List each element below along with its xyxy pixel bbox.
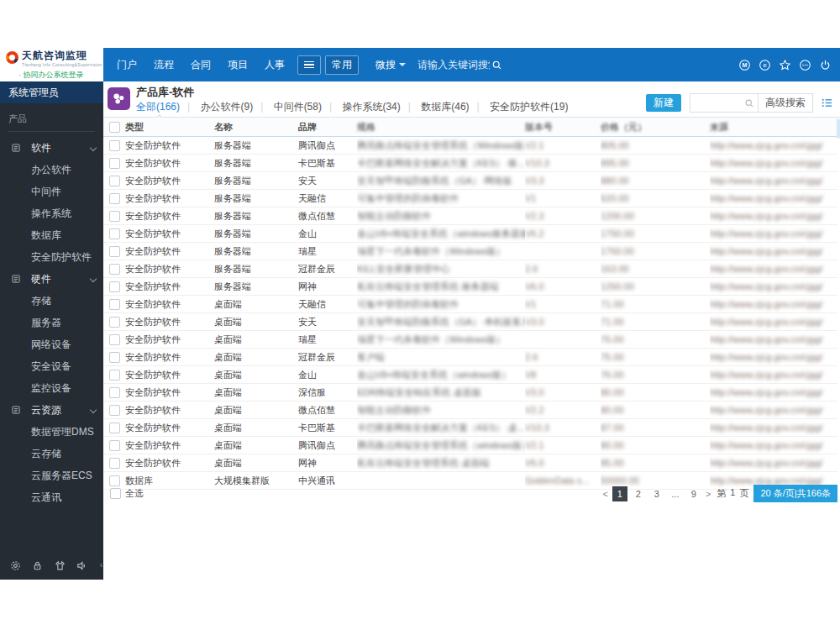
row-checkbox[interactable] (109, 440, 120, 451)
new-button[interactable]: 新建 (646, 94, 681, 112)
sound-speaker-icon[interactable] (76, 559, 88, 572)
nav-item[interactable]: 人事 (256, 48, 293, 81)
sidebar-item[interactable]: 数据管理DMS (0, 421, 103, 443)
sidebar-item[interactable]: 安全设备 (0, 355, 103, 377)
row-checkbox[interactable] (109, 140, 120, 151)
table-row[interactable]: 安全防护软件 桌面端 安天 安天智甲终端防御系统（GA）·单机版客户端 V3.0… (103, 313, 837, 331)
page-button[interactable]: 2 (631, 486, 646, 501)
row-checkbox[interactable] (109, 334, 120, 345)
sidebar-item[interactable]: 办公软件 (0, 159, 103, 181)
table-row[interactable]: 安全防护软件 服务器端 卡巴斯基 卡巴斯基网络安全解决方案（KES）·服... … (103, 155, 837, 172)
row-checkbox[interactable] (109, 176, 120, 186)
nav-item[interactable]: 项目 (219, 48, 256, 81)
header-checkbox[interactable] (109, 122, 120, 133)
im-m-icon[interactable]: M (738, 59, 751, 71)
page-button[interactable]: 3 (649, 486, 664, 501)
search-input[interactable] (416, 58, 491, 71)
sidebar-item[interactable]: 云存储 (0, 443, 103, 465)
sidebar-item[interactable]: 监控设备 (0, 377, 103, 399)
table-row[interactable]: 安全防护软件 桌面端 金山 金山V8+终端安全系统（windows版） V8 7… (103, 366, 837, 384)
prev-page-button[interactable]: < (602, 489, 607, 499)
favorite-star-icon[interactable] (779, 59, 791, 71)
row-checkbox[interactable] (109, 387, 120, 398)
search-icon[interactable] (491, 60, 502, 71)
table-row[interactable]: 安全防护软件 桌面端 微点佰慧 智能主动防御软件 V2.2 80.00 http… (103, 402, 837, 419)
table-row[interactable]: 安全防护软件 桌面端 天融信 可集中管理的防病毒软件 V1 71.00 http… (103, 296, 837, 313)
advanced-search-button[interactable]: 高级搜索 (758, 94, 812, 112)
sidebar-item[interactable]: 存储 (0, 290, 103, 312)
sidebar-item[interactable]: 云服务器ECS (0, 465, 103, 486)
table-row[interactable]: 安全防护软件 桌面端 瑞星 瑞星下一代杀毒软件（Windows版） 75.00 … (103, 331, 837, 349)
table-row[interactable]: 安全防护软件 服务器端 微点佰慧 智能主动防御软件 V2.3 1200.00 h… (103, 207, 837, 225)
row-checkbox[interactable] (109, 370, 120, 381)
row-checkbox[interactable] (109, 317, 120, 328)
power-icon[interactable] (819, 59, 832, 71)
sidebar-item[interactable]: 安全防护软件 (0, 246, 103, 268)
collapse-icon[interactable]: ‹ (100, 560, 102, 570)
table-row[interactable]: 安全防护软件 服务器端 天融信 可集中管理的防病毒软件 V1 520.00 ht… (103, 190, 837, 207)
table-row[interactable]: 安全防护软件 桌面端 深信服 EDR终端安全响应系统·桌面版 V3.0 80.0… (103, 384, 837, 402)
nav-more-menu-button[interactable] (297, 55, 321, 75)
row-checkbox[interactable] (109, 299, 120, 310)
category-tab[interactable]: 中间件(58) (253, 100, 322, 114)
category-tab[interactable]: 安全防护软件(19) (470, 100, 569, 114)
category-tab[interactable]: 数据库(46) (401, 100, 470, 114)
sidebar-item[interactable]: 网络设备 (0, 333, 103, 355)
category-tab[interactable]: 全部(166) (136, 100, 180, 114)
table-row[interactable]: 安全防护软件 桌面端 腾讯御点 腾讯御点终端安全管理系统（windows版）/ … (103, 437, 837, 454)
row-checkbox[interactable] (109, 405, 120, 416)
page-button[interactable]: 9 (686, 486, 701, 501)
sidebar-item[interactable]: 服务器 (0, 312, 103, 333)
nav-item[interactable]: 合同 (182, 48, 219, 81)
more-icon[interactable] (799, 59, 811, 71)
sidebar-group-hardware[interactable]: 硬件 (0, 268, 103, 290)
table-row[interactable]: 安全防护软件 服务器端 腾讯御点 腾讯御点终端安全管理系统（Windows版） … (103, 137, 837, 155)
page-button[interactable]: ... (668, 486, 683, 501)
category-tab[interactable]: 办公软件(9) (180, 100, 253, 114)
sidebar-item[interactable]: 中间件 (0, 181, 103, 202)
row-checkbox[interactable] (109, 458, 120, 469)
table-row[interactable]: 安全防护软件 服务器端 瑞星 瑞星下一代杀毒软件（Windows版） 1750.… (103, 243, 837, 260)
next-page-button[interactable]: > (706, 489, 711, 499)
table-row[interactable]: 安全防护软件 服务器端 安天 安天智甲终端防御系统（GA）·网络版 V3.3 8… (103, 172, 837, 190)
table-row[interactable]: 安全防护软件 服务器端 金山 金山V8+终端安全系统（windows服务器版） … (103, 225, 837, 243)
scrollbar-thumb[interactable] (837, 118, 840, 139)
sidebar-item[interactable]: 云通讯 (0, 486, 103, 508)
search-icon[interactable] (744, 98, 754, 108)
theme-shirt-icon[interactable] (54, 559, 66, 572)
oa-login-link[interactable]: · 协同办公系统登录 (18, 70, 84, 81)
row-checkbox[interactable] (109, 158, 120, 169)
sidebar-group-software[interactable]: 软件 (0, 137, 103, 159)
table-search-input[interactable] (690, 96, 741, 110)
row-checkbox[interactable] (109, 193, 120, 204)
row-checkbox[interactable] (109, 281, 120, 292)
table-row[interactable]: 安全防护软件 桌面端 卡巴斯基 卡巴斯基网络安全解决方案（KES）·桌... <… (103, 419, 837, 437)
list-view-icon[interactable] (821, 97, 833, 109)
lock-icon[interactable] (31, 559, 44, 572)
sidebar-item[interactable]: 操作系统 (0, 202, 103, 224)
row-checkbox[interactable] (109, 475, 120, 486)
row-checkbox[interactable] (109, 246, 120, 257)
nav-item-pinned[interactable]: 常用 (325, 55, 359, 75)
settings-gear-icon[interactable] (9, 559, 22, 572)
page-size-badge[interactable]: 20 条/页|共166条 (753, 485, 837, 502)
row-checkbox[interactable] (109, 264, 120, 275)
search-scope-dropdown[interactable]: 微搜 (375, 58, 406, 72)
table-row[interactable]: 安全防护软件 桌面端 网神 私有云终端安全管理系统·桌面端 V6.0 85.00… (103, 454, 837, 472)
category-tab[interactable]: 操作系统(34) (322, 100, 401, 114)
row-checkbox[interactable] (109, 423, 120, 433)
sidebar-group-cloud[interactable]: 云资源 (0, 399, 103, 421)
table-row[interactable]: 安全防护软件 服务器端 网神 私有云终端安全管理系统·服务器端 V6.0 125… (103, 278, 837, 296)
sidebar-item[interactable]: 数据库 (0, 224, 103, 246)
message-e-icon[interactable]: e (759, 59, 771, 71)
nav-item[interactable]: 门户 (108, 48, 145, 81)
row-checkbox[interactable] (109, 228, 120, 239)
table-row[interactable]: 安全防护软件 服务器端 冠群金辰 KILL安全胶囊管理中心 2.6 163.00… (103, 260, 837, 278)
page-button[interactable]: 1 (612, 486, 627, 501)
select-all-checkbox[interactable] (110, 488, 121, 499)
current-page-number[interactable]: 1 (730, 487, 735, 500)
table-row[interactable]: 安全防护软件 桌面端 冠群金辰 客户端 2.6 75.00 http://www… (103, 349, 837, 366)
nav-item[interactable]: 流程 (145, 48, 182, 81)
row-checkbox[interactable] (109, 211, 120, 222)
row-checkbox[interactable] (109, 352, 120, 363)
